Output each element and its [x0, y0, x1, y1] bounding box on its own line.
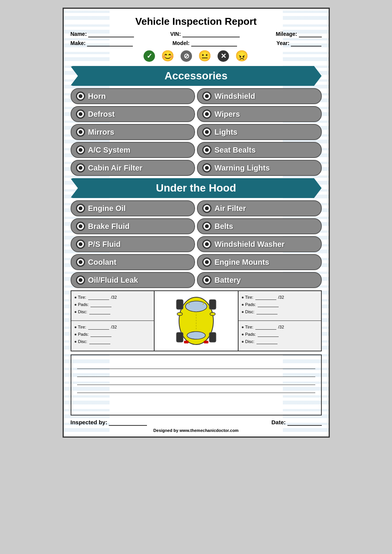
inspected-by-group: Inspected by:: [71, 419, 147, 426]
slash-icon: ⊘: [181, 50, 192, 62]
tire-fl-tire: ● Tire: /32: [74, 295, 151, 300]
svg-point-4: [210, 312, 215, 316]
green-face-icon: 😊: [161, 50, 174, 62]
defrost-circle: [76, 110, 85, 119]
wipers-item[interactable]: Wipers: [197, 106, 322, 122]
wipers-circle: [202, 110, 211, 119]
warning-lights-item[interactable]: Warning Lights: [197, 160, 322, 176]
tire-fr-tire: ● Tire: /32: [242, 295, 318, 300]
tire-rr-disc: ● Disc:: [242, 339, 318, 344]
accessories-section-header: Accessories: [71, 66, 322, 86]
belts-item[interactable]: Belts: [197, 218, 322, 234]
lights-circle: [202, 127, 211, 137]
tire-rl-pads: ● Pads:: [74, 332, 151, 337]
date-value[interactable]: [287, 419, 322, 426]
battery-item[interactable]: Battery: [197, 272, 322, 288]
air-filter-circle: [202, 204, 211, 213]
brake-fluid-label: Brake Fluid: [88, 222, 130, 231]
mirrors-label: Mirrors: [88, 128, 115, 137]
windshield-label: Windshield: [215, 92, 255, 101]
coolant-item[interactable]: Coolant: [71, 254, 195, 270]
engine-oil-item[interactable]: Engine Oil: [71, 200, 195, 216]
year-label: Year:: [276, 40, 289, 46]
tire-section: ● Tire: /32 ● Pads: ● Disc: ● Tire: /32: [71, 290, 322, 351]
header-row-2: Make: Model: Year:: [71, 40, 322, 47]
lights-item[interactable]: Lights: [197, 124, 322, 140]
coolant-label: Coolant: [88, 258, 116, 267]
notes-line-3: [77, 385, 315, 385]
oil-fluid-leak-item[interactable]: Oil/Fluid Leak: [71, 272, 195, 288]
brake-fluid-item[interactable]: Brake Fluid: [71, 218, 195, 234]
horn-item[interactable]: Horn: [71, 88, 195, 104]
cabin-air-item[interactable]: Cabin Air Filter: [71, 160, 195, 176]
engine-mounts-item[interactable]: Engine Mounts: [197, 254, 322, 270]
horn-circle: [76, 92, 85, 101]
engine-mounts-label: Engine Mounts: [215, 258, 269, 267]
tire-right-column: ● Tire: /32 ● Pads: ● Disc: ● Tire: /32: [238, 291, 321, 351]
model-value[interactable]: [191, 40, 237, 47]
car-image-container: [155, 291, 238, 351]
brake-fluid-circle: [76, 222, 85, 231]
inspection-report: Vehicle Inspection Report Name: VIN: Mil…: [63, 8, 330, 438]
mirrors-item[interactable]: Mirrors: [71, 124, 195, 140]
warning-lights-label: Warning Lights: [215, 164, 270, 172]
year-field-group: Year:: [276, 40, 321, 47]
windshield-washer-label: Windshield Washer: [215, 240, 285, 249]
cabin-air-circle: [76, 163, 85, 172]
vin-value[interactable]: [182, 31, 240, 37]
designed-by: Designed by www.themechanicdoctor.com: [71, 428, 322, 433]
vin-field-group: VIN:: [170, 31, 240, 37]
windshield-circle: [202, 92, 211, 101]
ac-item[interactable]: A/C System: [71, 142, 195, 158]
engine-oil-circle: [76, 204, 85, 213]
x-icon: ✕: [218, 50, 229, 62]
year-value[interactable]: [291, 40, 321, 47]
accessories-grid: Horn Windshield Defrost Wipers Mirrors L…: [71, 88, 322, 176]
coolant-circle: [76, 258, 85, 267]
windshield-washer-item[interactable]: Windshield Washer: [197, 236, 322, 252]
inspected-by-value[interactable]: [109, 419, 147, 426]
tire-front-left: ● Tire: /32 ● Pads: ● Disc:: [71, 291, 154, 321]
page-content: Vehicle Inspection Report Name: VIN: Mil…: [71, 16, 322, 433]
inspected-by-label: Inspected by:: [71, 419, 108, 425]
cabin-air-label: Cabin Air Filter: [88, 164, 143, 172]
name-value[interactable]: [88, 31, 134, 37]
ps-fluid-circle: [76, 240, 85, 249]
model-field-group: Model:: [173, 40, 237, 47]
tire-rear-left: ● Tire: /32 ● Pads: ● Disc:: [71, 321, 154, 350]
lights-label: Lights: [215, 128, 237, 137]
ac-circle: [76, 145, 85, 155]
tire-fl-pads: ● Pads:: [74, 302, 151, 307]
horn-label: Horn: [88, 92, 106, 101]
svg-point-2: [187, 332, 205, 339]
windshield-item[interactable]: Windshield: [197, 88, 322, 104]
hood-section-header: Under the Hood: [71, 178, 322, 198]
tire-rl-disc: ● Disc:: [74, 339, 151, 344]
tire-fr-disc: ● Disc:: [242, 309, 318, 314]
windshield-washer-circle: [202, 240, 211, 249]
svg-rect-10: [204, 341, 208, 343]
ps-fluid-label: P/S Fluid: [88, 240, 121, 249]
make-label: Make:: [71, 40, 86, 46]
seatbelts-item[interactable]: Seat Bealts: [197, 142, 322, 158]
belts-label: Belts: [215, 222, 233, 231]
ps-fluid-item[interactable]: P/S Fluid: [71, 236, 195, 252]
svg-rect-8: [209, 332, 216, 342]
seatbelts-circle: [202, 145, 211, 155]
svg-rect-6: [209, 300, 216, 309]
mirrors-circle: [76, 127, 85, 137]
notes-section[interactable]: [71, 354, 322, 416]
mileage-value[interactable]: [299, 31, 322, 37]
tire-rr-tire: ● Tire: /32: [242, 325, 318, 330]
make-value[interactable]: [87, 40, 133, 47]
warning-lights-circle: [202, 163, 211, 172]
defrost-item[interactable]: Defrost: [71, 106, 195, 122]
wipers-label: Wipers: [215, 110, 240, 119]
tire-rl-tire: ● Tire: /32: [74, 325, 151, 330]
model-label: Model:: [173, 40, 190, 46]
ac-label: A/C System: [88, 146, 131, 155]
air-filter-item[interactable]: Air Filter: [197, 200, 322, 216]
mileage-field-group: Mileage:: [276, 31, 321, 37]
neutral-face-icon: 😐: [198, 50, 211, 62]
svg-point-3: [177, 312, 182, 316]
